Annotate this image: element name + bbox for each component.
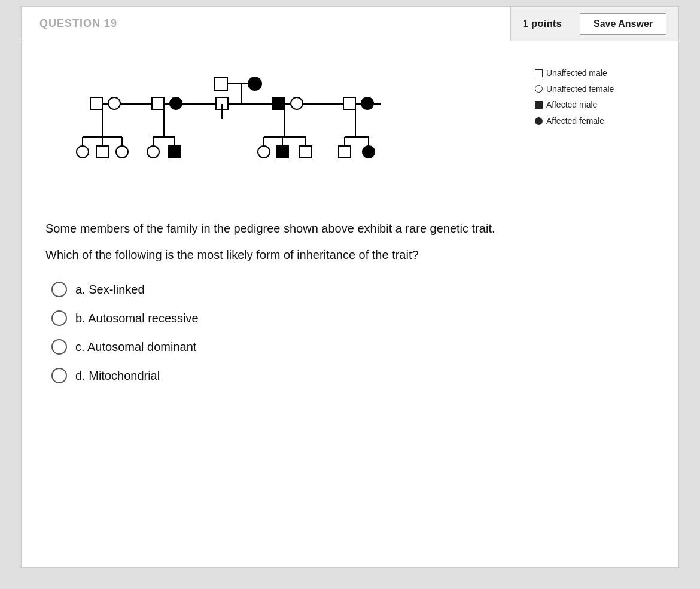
svg-point-1 xyxy=(248,77,261,90)
question-card: QUESTION 19 1 points Save Answer xyxy=(21,6,679,568)
question-header: QUESTION 19 1 points Save Answer xyxy=(22,7,678,41)
radio-a[interactable] xyxy=(51,282,67,297)
option-d[interactable]: d. Mitochondrial xyxy=(51,368,655,383)
option-d-label: d. Mitochondrial xyxy=(75,369,160,383)
svg-rect-5 xyxy=(90,97,102,109)
svg-rect-19 xyxy=(343,97,355,109)
svg-point-10 xyxy=(170,97,182,109)
svg-rect-44 xyxy=(300,146,312,158)
option-c-label: c. Autosomal dominant xyxy=(75,340,196,354)
svg-point-34 xyxy=(147,146,159,158)
svg-point-26 xyxy=(77,146,89,158)
legend-affected-female: Affected female xyxy=(535,113,655,129)
legend-affected-female-label: Affected female xyxy=(546,113,604,129)
legend-unaffected-male-label: Unaffected male xyxy=(546,65,607,81)
legend-unaffected-male: Unaffected male xyxy=(535,65,655,81)
svg-point-50 xyxy=(363,146,375,158)
svg-rect-9 xyxy=(152,97,164,109)
svg-rect-15 xyxy=(273,97,285,109)
option-c[interactable]: c. Autosomal dominant xyxy=(51,339,655,355)
pedigree-diagram xyxy=(45,59,535,205)
svg-rect-42 xyxy=(276,146,288,158)
legend-affected-male-label: Affected male xyxy=(546,97,597,113)
legend-circle-filled-icon xyxy=(535,117,543,125)
header-right: 1 points Save Answer xyxy=(510,7,678,41)
legend-circle-empty-icon xyxy=(535,85,543,93)
option-a-label: a. Sex-linked xyxy=(75,283,145,297)
pedigree-svg xyxy=(45,59,428,203)
option-b[interactable]: b. Autosomal recessive xyxy=(51,310,655,326)
question-body: Unaffected male Unaffected female Affect… xyxy=(22,41,678,401)
pedigree-section: Unaffected male Unaffected female Affect… xyxy=(45,59,655,205)
option-a[interactable]: a. Sex-linked xyxy=(51,282,655,297)
legend-unaffected-female-label: Unaffected female xyxy=(546,81,614,97)
svg-rect-48 xyxy=(339,146,351,158)
radio-d[interactable] xyxy=(51,368,67,383)
option-b-label: b. Autosomal recessive xyxy=(75,312,199,325)
options-list: a. Sex-linked b. Autosomal recessive c. … xyxy=(51,282,655,383)
save-answer-button[interactable]: Save Answer xyxy=(580,13,666,35)
question-label: QUESTION 19 xyxy=(22,7,510,41)
svg-point-6 xyxy=(108,97,120,109)
svg-rect-28 xyxy=(96,146,108,158)
svg-rect-36 xyxy=(169,146,181,158)
svg-point-30 xyxy=(116,146,128,158)
legend-unaffected-female: Unaffected female xyxy=(535,81,655,97)
legend-affected-male: Affected male xyxy=(535,97,655,113)
svg-point-40 xyxy=(258,146,270,158)
points-label: 1 points xyxy=(523,18,562,30)
svg-rect-0 xyxy=(214,77,227,90)
question-text-1: Some members of the family in the pedigr… xyxy=(45,219,655,264)
svg-point-20 xyxy=(361,97,373,109)
legend-square-empty-icon xyxy=(535,69,543,77)
legend-square-filled-icon xyxy=(535,101,543,109)
legend: Unaffected male Unaffected female Affect… xyxy=(535,59,655,129)
radio-b[interactable] xyxy=(51,310,67,326)
svg-point-16 xyxy=(291,97,303,109)
radio-c[interactable] xyxy=(51,339,67,355)
